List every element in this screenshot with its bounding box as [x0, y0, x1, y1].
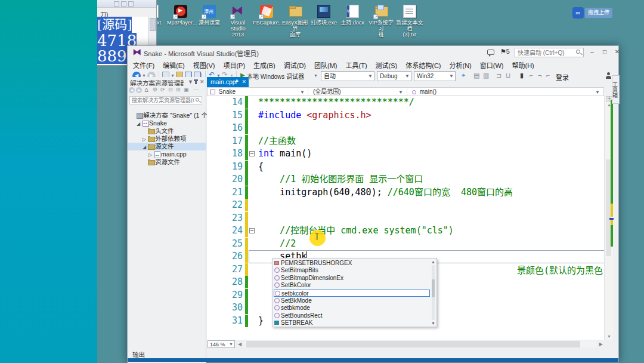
intellisense-item-SetBkMode[interactable]: SetBkMode	[274, 297, 430, 305]
code-line-18[interactable]: 18int main()	[207, 147, 604, 161]
scroll-down-icon[interactable]: ▼	[431, 321, 436, 325]
platform-combo[interactable]: Win32▼	[414, 71, 456, 81]
intellisense-item-PEMRSETBRUSHORGEX[interactable]: PEMRSETBRUSHORGEX	[274, 260, 430, 267]
tree-item-main.cpp[interactable]: ▷main.cpp	[128, 150, 206, 158]
properties-icon[interactable]: ⚙	[153, 87, 157, 93]
toolbar-icon[interactable]: ¬	[538, 72, 541, 79]
output-panel-tab[interactable]: 输出	[129, 350, 148, 358]
code-line-16[interactable]: 16	[207, 122, 604, 135]
desktop-icon-10[interactable]: 新建文本文档 (3).txt	[396, 5, 423, 38]
find-in-files-icon[interactable]: ⌖	[462, 72, 465, 79]
editor-vertical-scrollbar[interactable]: ＋ ▲ ▼	[604, 96, 613, 340]
notepad-maximize-button[interactable]	[121, 1, 126, 7]
code-line-20[interactable]: 20 //1 初始化图形界面 显示一个窗口	[207, 173, 604, 186]
debug-target-dropdown-icon[interactable]: ▼	[314, 73, 318, 78]
desktop-icon-3[interactable]: ↗潭州课堂	[196, 5, 223, 26]
pin-icon[interactable]	[195, 79, 197, 84]
crumb-dropdown-icon[interactable]: ▼	[398, 88, 403, 96]
desktop-icon-7[interactable]: 打砖块.exe	[310, 5, 338, 26]
toolbar-icon[interactable]: ⌐	[530, 72, 533, 79]
crumb-dropdown-icon[interactable]: ▼	[595, 88, 600, 96]
intellisense-item-SetBitmapBits[interactable]: SetBitmapBits	[274, 267, 430, 275]
crumb-scope-dropdown[interactable]: (全局范围)	[308, 88, 341, 96]
toolbar-icon[interactable]: ⊐	[496, 72, 501, 79]
scroll-right-icon[interactable]: ▶	[599, 342, 603, 347]
collapse-all-icon[interactable]: ⊟	[168, 87, 173, 93]
code-line-22[interactable]: 22	[207, 199, 604, 212]
intellisense-item-SETBREAK[interactable]: SETBREAK	[274, 319, 430, 327]
editor-horizontal-scrollbar[interactable]: ◀ ▶	[238, 340, 603, 348]
tree-item-源文件[interactable]: ◢源文件	[128, 143, 206, 150]
toolbar-icon[interactable]: ▤	[473, 72, 479, 79]
drag-upload-badge[interactable]: ∞ 拖拽上传	[572, 7, 612, 19]
scrollbar-thumb[interactable]	[246, 341, 580, 347]
bookmark-icon[interactable]: ▮	[520, 72, 524, 79]
code-line-24[interactable]: 24 //控制台当中 cmd.exe system("cls")	[207, 224, 604, 238]
desktop-icon-2[interactable]: ↗Mp3Player...	[167, 5, 194, 26]
desktop-icon-6[interactable]: EasyX图形界 面库	[281, 5, 309, 38]
intellisense-item-SetBitmapDimensionEx[interactable]: SetBitmapDimensionEx	[274, 275, 430, 282]
code-line-23[interactable]: 23	[207, 212, 604, 225]
home-icon[interactable]: ⌂	[144, 86, 148, 93]
mp3-icon: ↗	[174, 5, 187, 18]
show-all-files-icon[interactable]: ⊞	[176, 87, 181, 93]
notepad-minimize-button[interactable]	[114, 1, 119, 7]
collapsed-toolbox-tab[interactable]: 工具箱	[612, 75, 620, 104]
tree-item-头文件[interactable]: 头文件	[128, 127, 206, 135]
desktop-icon-5[interactable]: ↗FSCapture...	[253, 5, 280, 26]
code-line-25[interactable]: 25 //2	[207, 238, 604, 251]
refresh-icon[interactable]: ⟳	[160, 87, 165, 93]
toolbar-icon[interactable]: ⌐	[546, 72, 550, 79]
code-line-19[interactable]: 19{	[207, 161, 604, 174]
code-line-17[interactable]: 17//主函数	[207, 135, 604, 148]
panel-close-icon[interactable]: ✕	[200, 79, 205, 85]
notepad-close-button[interactable]	[128, 1, 134, 7]
editor-zoom-combo[interactable]: 146 %▼	[208, 340, 235, 348]
intellisense-item-SetBkColor[interactable]: SetBkColor	[274, 282, 430, 290]
tree-item-外部依赖项[interactable]: ▷外部依赖项	[128, 135, 206, 143]
debug-target-label[interactable]: 本地 Windows 调试器	[247, 72, 304, 81]
desktop-icon-9[interactable]: ↗VIP系统学习 班	[367, 5, 395, 38]
notifications-flag[interactable]: ⚑5	[500, 48, 510, 56]
vs-titlebar[interactable]: ⧓ Snake - Microsoft Visual Studio(管理员) ⚑…	[128, 46, 618, 59]
sync-icon[interactable]: ▣	[184, 87, 189, 93]
desktop-icon-4[interactable]: ↗Visual Studio 2013	[224, 5, 252, 38]
panel-dropdown-icon[interactable]: ▼	[188, 79, 193, 85]
tree-item-Snake[interactable]: ◢Snake	[128, 119, 206, 127]
feedback-icon[interactable]	[487, 50, 494, 55]
more-icon[interactable]: ⋯	[193, 87, 199, 93]
scroll-up-icon[interactable]: ▲	[431, 260, 436, 264]
configuration-combo[interactable]: Debug▼	[377, 71, 411, 81]
tab-main-cpp[interactable]: main.cpp* ＋ ✕	[207, 77, 249, 87]
fold-collapse-icon[interactable]	[249, 228, 255, 233]
solution-configurations-combo[interactable]: 自动▼	[321, 71, 374, 81]
solution-explorer-search-input[interactable]	[129, 96, 202, 104]
intellisense-item-setbkcolor[interactable]: setbkcolor	[274, 290, 430, 297]
quick-launch-input[interactable]	[515, 48, 584, 57]
scroll-left-icon[interactable]: ◀	[238, 342, 242, 347]
desktop-icon-8[interactable]: 主持.docx	[339, 5, 366, 26]
code-line-15[interactable]: 15#include <graphics.h>	[207, 109, 604, 122]
tree-item-资源文件[interactable]: 资源文件	[128, 158, 206, 166]
crumb-member-dropdown[interactable]: main()	[407, 88, 436, 96]
scroll-down-icon[interactable]: ▼	[606, 334, 612, 339]
tab-pin-icon[interactable]: ＋	[234, 77, 239, 87]
notepad-titlebar[interactable]	[97, 0, 156, 8]
toolbar-icon[interactable]: ▥	[483, 72, 489, 79]
intellisense-item-SetBoundsRect[interactable]: SetBoundsRect	[274, 312, 430, 320]
back-icon[interactable]: ◀	[129, 87, 135, 93]
tree-item-解决方案 "Snake" (1 个项目)[interactable]: 解决方案 "Snake" (1 个项目)	[128, 112, 206, 119]
close-button[interactable]: ✕	[612, 47, 623, 56]
forward-icon[interactable]: ▶	[136, 87, 142, 93]
minimize-button[interactable]: –	[587, 47, 597, 56]
fold-collapse-icon[interactable]	[249, 151, 255, 156]
tab-close-icon[interactable]: ✕	[242, 77, 246, 87]
intellisense-scrollbar[interactable]: ▲ ▼	[431, 259, 436, 326]
maximize-button[interactable]: □	[599, 47, 610, 56]
intellisense-item-setbkmode[interactable]: setbkmode	[274, 304, 430, 312]
toolbar-icon[interactable]: ⊔	[506, 72, 511, 79]
code-line-21[interactable]: 21 initgraph(640,480); //640窗口的宽 480窗口的高	[207, 186, 604, 199]
crumb-dropdown-icon[interactable]: ▼	[300, 88, 305, 96]
code-line-14[interactable]: 14****************************/	[207, 96, 604, 109]
crumb-project-dropdown[interactable]: Snake	[210, 88, 236, 96]
